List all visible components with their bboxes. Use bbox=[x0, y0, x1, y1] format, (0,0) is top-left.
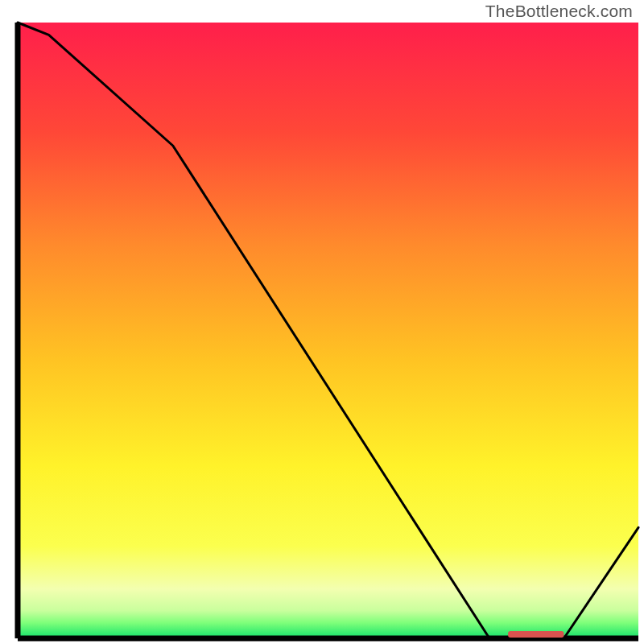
bottleneck-chart bbox=[0, 0, 644, 644]
optimal-range-marker bbox=[508, 631, 564, 638]
plot-background bbox=[18, 23, 638, 638]
chart-container: { "attribution": "TheBottleneck.com", "c… bbox=[0, 0, 644, 644]
